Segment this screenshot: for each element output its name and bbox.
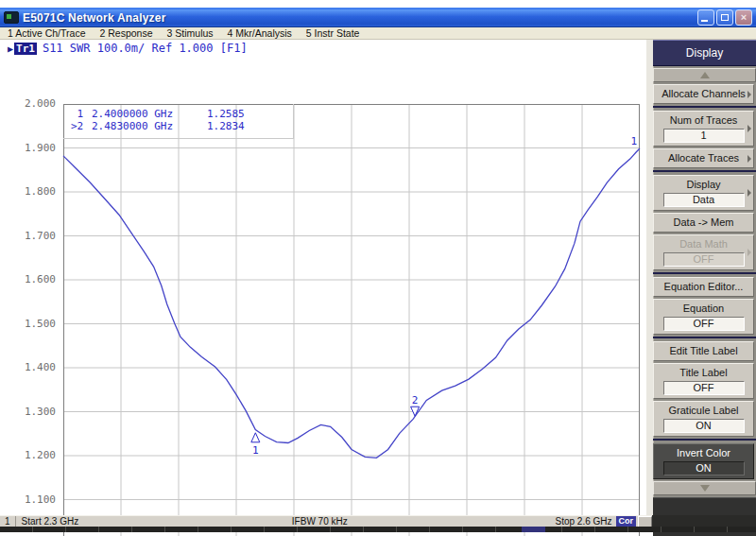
softkey-scroll-up-button[interactable]	[653, 68, 756, 82]
softkey-label: Data -> Mem	[660, 216, 747, 229]
softkey-label: Title Label	[660, 367, 747, 379]
chevron-down-icon	[700, 485, 710, 492]
softkey-title-label[interactable]: Title LabelOFF	[653, 363, 754, 399]
close-button[interactable]: ×	[735, 9, 752, 26]
menu-item-1-active-ch-trace[interactable]: 1 Active Ch/Trace	[8, 27, 85, 39]
trace-description: S11 SWR 100.0m/ Ref 1.000 [F1]	[43, 42, 248, 55]
correction-status-badge: Cor	[616, 516, 637, 527]
marker-readout-row: >2 2.4830000 GHz 1.2834	[71, 120, 293, 132]
plot-svg: 121	[63, 104, 640, 536]
menu-item-3-stimulus[interactable]: 3 Stimulus	[167, 27, 214, 39]
softkey-edit-title-label[interactable]: Edit Title Label	[653, 341, 754, 361]
ifbw-value: IFBW 70 kHz	[84, 516, 555, 527]
chevron-right-icon	[747, 189, 751, 197]
softkey-group-separator	[653, 106, 756, 108]
softkey-label: Edit Title Label	[660, 345, 747, 357]
window-title: E5071C Network Analyzer	[23, 11, 697, 25]
marker-2-label: 2	[412, 394, 419, 406]
sidebar-buttons: Allocate ChannelsNum of Traces1Allocate …	[653, 84, 756, 479]
softkey-group-separator	[653, 439, 756, 441]
softkey-value: OFF	[663, 381, 745, 395]
softkey-menu-title: Display	[653, 40, 756, 66]
softkey-group-separator	[653, 170, 756, 172]
minimize-icon	[701, 20, 708, 22]
chevron-right-icon	[747, 249, 751, 256]
measurement-screen: ▶ Tr1 S11 SWR 100.0m/ Ref 1.000 [F1] 2.0…	[0, 40, 646, 515]
softkey-value: OFF	[663, 317, 745, 331]
status-bar-dark-filler	[652, 515, 756, 527]
menu-item-5-instr-state[interactable]: 5 Instr State	[306, 27, 360, 39]
softkey-group-separator	[653, 337, 756, 338]
active-trace-pointer-icon: ▶	[8, 43, 13, 54]
softkey-label: Display	[660, 179, 747, 191]
y-tick-label: 1.400	[18, 361, 56, 373]
y-tick-label: 1.300	[18, 406, 56, 418]
y-tick-label: 1.700	[18, 230, 56, 242]
menu-item-4-mkr-analysis[interactable]: 4 Mkr/Analysis	[228, 27, 292, 39]
restore-button[interactable]	[716, 9, 733, 26]
close-icon: ×	[736, 10, 751, 25]
marker-1-label: 1	[252, 444, 259, 457]
softkey-value: 1	[663, 129, 745, 143]
softkey-allocate-channels[interactable]: Allocate Channels	[653, 84, 754, 104]
bottom-strip-segment	[522, 527, 545, 532]
trace-number-label: 1	[630, 135, 637, 147]
network-analyzer-screen: E5071C Network Analyzer × 1 Active Ch/Tr…	[0, 0, 756, 536]
softkey-sidebar: Display Allocate ChannelsNum of Traces1A…	[646, 40, 756, 515]
softkey-display[interactable]: DisplayData	[653, 175, 754, 211]
window-titlebar: E5071C Network Analyzer ×	[0, 8, 756, 27]
softkey-equation[interactable]: EquationOFF	[653, 299, 754, 335]
channel-indicator: 1	[0, 516, 16, 527]
softkey-label: Allocate Traces	[660, 152, 747, 164]
softkey-invert-color[interactable]: Invert ColorON	[653, 443, 754, 479]
y-tick-label: 1.200	[18, 449, 56, 461]
softkey-num-of-traces[interactable]: Num of Traces1	[653, 111, 754, 147]
softkey-value: OFF	[663, 252, 745, 267]
minimize-button[interactable]	[697, 9, 714, 26]
softkey-label: Equation	[660, 303, 747, 315]
softkey-value: ON	[663, 461, 745, 475]
chevron-right-icon	[747, 91, 751, 98]
softkey-label: Invert Color	[660, 447, 747, 459]
softkey-label: Data Math	[660, 238, 747, 251]
softkey-value: Data	[663, 193, 745, 207]
softkey-allocate-traces[interactable]: Allocate Traces	[653, 148, 754, 168]
stop-frequency: Stop 2.6 GHz	[555, 516, 615, 527]
start-frequency: Start 2.3 GHz	[16, 516, 85, 527]
menu-item-2-response[interactable]: 2 Response	[99, 27, 152, 39]
chevron-up-icon	[700, 72, 710, 78]
chevron-right-icon	[747, 155, 751, 163]
app-icon	[4, 11, 19, 24]
softkey-label: Allocate Channels	[660, 88, 747, 100]
marker-readout-row: 1 2.4000000 GHz 1.2585	[71, 108, 293, 120]
softkey-graticule-label[interactable]: Graticule LabelON	[653, 401, 754, 437]
y-tick-label: 1.800	[18, 185, 56, 198]
chevron-right-icon	[747, 125, 751, 132]
trace-label-chip: Tr1	[14, 43, 37, 55]
softkey-label: Equation Editor...	[660, 281, 747, 293]
y-tick-label: 1.100	[18, 493, 56, 506]
softkey-label: Graticule Label	[660, 405, 747, 417]
softkey-label: Num of Traces	[660, 114, 747, 127]
softkey-data-math: Data MathOFF	[653, 234, 754, 270]
softkey-group-separator	[653, 272, 756, 274]
marker-readout: 1 2.4000000 GHz 1.2585 >2 2.4830000 GHz …	[63, 104, 294, 139]
marker-1-icon	[251, 433, 260, 442]
y-tick-label: 1.500	[18, 318, 56, 330]
bottom-key-strip	[0, 527, 756, 532]
menu-bar: 1 Active Ch/Trace2 Response3 Stimulus4 M…	[0, 27, 756, 40]
softkey-scroll-down-button[interactable]	[653, 481, 756, 495]
restore-icon	[721, 14, 729, 21]
trace-status-bar[interactable]: ▶ Tr1 S11 SWR 100.0m/ Ref 1.000 [F1]	[8, 42, 248, 55]
status-bar: 1 Start 2.3 GHz IFBW 70 kHz Stop 2.6 GHz…	[0, 515, 652, 527]
y-tick-label: 1.600	[18, 273, 56, 285]
softkey-data-mem[interactable]: Data -> Mem	[653, 213, 754, 233]
resize-grip	[638, 516, 652, 527]
y-tick-label: 2.000	[18, 97, 56, 110]
softkey-equation-editor[interactable]: Equation Editor...	[653, 277, 754, 297]
softkey-value: ON	[663, 419, 745, 433]
y-tick-label: 1.900	[18, 142, 56, 154]
